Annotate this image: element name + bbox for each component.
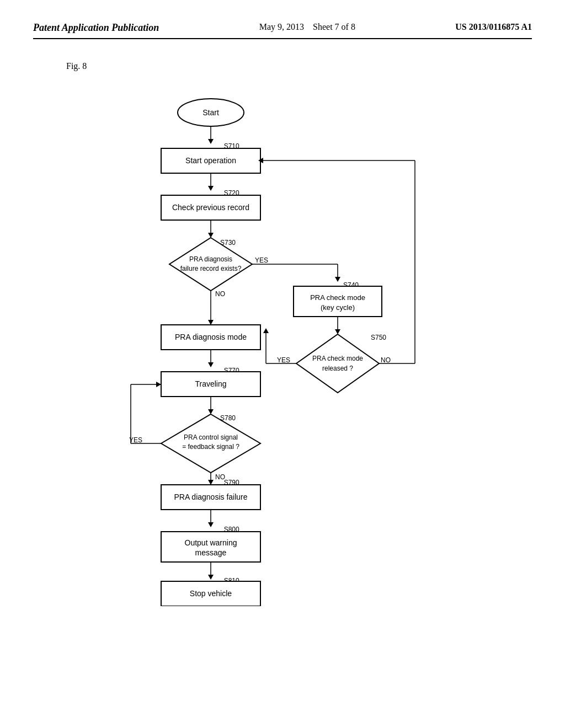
svg-marker-77: [208, 480, 214, 485]
svg-text:Output warning: Output warning: [185, 538, 237, 547]
svg-text:PRA diagnosis: PRA diagnosis: [189, 255, 232, 263]
svg-text:Traveling: Traveling: [195, 379, 226, 388]
svg-text:NO: NO: [381, 356, 391, 364]
header-date: May 9, 2013: [259, 22, 304, 31]
svg-text:YES: YES: [255, 256, 268, 264]
header-publication-title: Patent Application Publication: [33, 22, 159, 34]
svg-text:PRA check mode: PRA check mode: [312, 355, 363, 362]
svg-text:failure record exists?: failure record exists?: [180, 265, 242, 272]
svg-marker-53: [208, 409, 214, 414]
svg-text:S750: S750: [371, 334, 386, 341]
svg-marker-36: [263, 328, 269, 333]
svg-text:NO: NO: [215, 290, 225, 298]
header-date-sheet: May 9, 2013 Sheet 7 of 8: [259, 22, 355, 32]
svg-marker-74: [208, 575, 214, 580]
svg-marker-15: [169, 238, 252, 291]
svg-text:Stop vehicle: Stop vehicle: [190, 589, 232, 598]
svg-marker-3: [208, 139, 214, 144]
svg-text:PRA diagnosis mode: PRA diagnosis mode: [175, 333, 247, 341]
page-header: Patent Application Publication May 9, 20…: [33, 22, 532, 39]
svg-marker-68: [208, 522, 214, 527]
flowchart-svg: Start _S710 Start operation _S720 Check …: [89, 82, 476, 606]
svg-text:PRA check mode: PRA check mode: [310, 293, 365, 302]
svg-text:PRA control signal: PRA control signal: [184, 433, 238, 441]
svg-text:= feedback signal ?: = feedback signal ?: [182, 443, 239, 451]
figure-label: Fig. 8: [66, 61, 532, 71]
svg-text:message: message: [195, 548, 227, 557]
svg-text:YES: YES: [277, 356, 290, 364]
header-patent-number: US 2013/0116875 A1: [455, 22, 532, 32]
svg-text:(key cycle): (key cycle): [321, 303, 355, 312]
svg-marker-48: [208, 362, 214, 367]
svg-marker-46: [208, 320, 214, 325]
svg-marker-27: [335, 329, 340, 334]
header-sheet: Sheet 7 of 8: [313, 22, 355, 31]
svg-marker-29: [296, 334, 379, 393]
svg-text:Start: Start: [202, 108, 219, 117]
page: Patent Application Publication May 9, 20…: [0, 0, 565, 728]
svg-text:Start operation: Start operation: [185, 156, 236, 165]
flowchart: Start _S710 Start operation _S720 Check …: [89, 82, 476, 606]
svg-marker-13: [208, 233, 214, 238]
svg-text:released ?: released ?: [322, 365, 353, 372]
svg-marker-21: [335, 277, 340, 282]
svg-text:PRA diagnosis failure: PRA diagnosis failure: [174, 493, 247, 501]
svg-marker-63: [156, 382, 161, 387]
svg-text:Check previous record: Check previous record: [172, 203, 249, 212]
svg-marker-8: [208, 186, 214, 191]
